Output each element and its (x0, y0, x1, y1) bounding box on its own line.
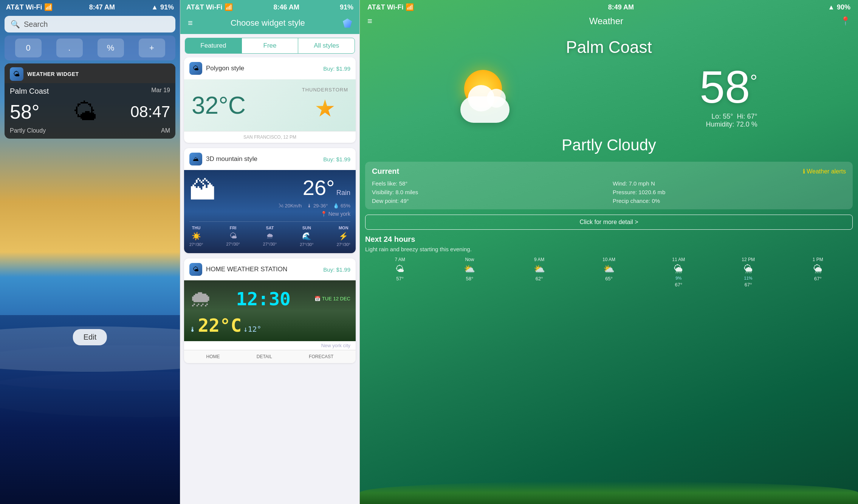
s3-visibility: Visibility: 8.0 miles (372, 189, 605, 195)
s1-widget-ampm: AM (161, 127, 170, 134)
s3-location-pin-icon[interactable]: 📍 (840, 16, 850, 26)
s1-key-plus[interactable]: + (139, 39, 165, 57)
home-station-name: HOME WEATHER STATION (206, 266, 287, 273)
s1-key-pct[interactable]: % (98, 39, 124, 57)
s1-keypad: 0 . % + (5, 36, 175, 60)
tab-all-styles[interactable]: All styles (298, 38, 355, 53)
s1-key-dot[interactable]: . (56, 39, 83, 57)
s2-time: 8:46 AM (274, 3, 299, 11)
home-clock: 12:30 (236, 288, 291, 309)
s3-hour-4: 11 AM 🌦 9% 67° (644, 257, 713, 288)
alert-icon: ℹ (803, 168, 805, 175)
s3-grass-decoration (360, 474, 858, 504)
s2-menu-icon[interactable]: ≡ (188, 18, 193, 28)
s3-header: ≡ Weather 📍 (360, 14, 858, 30)
s3-hour-6: 1 PM 🌦 67° (783, 257, 853, 288)
polygon-condition: THUNDERSTORM (302, 87, 348, 93)
s1-widget-condition: Partly Cloudy (10, 127, 46, 134)
s1-weather-icon: 🌤 (73, 98, 97, 126)
s3-humidity: Humidity: 72.0 % (700, 121, 757, 128)
home-station-buy-button[interactable]: Buy: $1.99 (323, 266, 350, 273)
s3-wind: Wind: 7.0 mph N (613, 180, 846, 187)
s3-temperature: 58° (700, 64, 757, 110)
s3-hourly-forecast: 7 AM 🌤 57° Now ⛅ 58° 9 AM ⛅ 62° 10 AM ⛅ (365, 257, 853, 288)
s1-widget-location: Palm Coast (10, 87, 49, 96)
s3-current-section: Current ℹ Weather alerts Feels like: 58°… (365, 162, 853, 209)
mountain-location: 📍 New york (189, 211, 350, 217)
s3-lo-hi: Lo: 55° Hi: 67° (700, 113, 757, 121)
s1-location-icon: ▲ (151, 3, 158, 11)
home-nav-forecast[interactable]: FORECAST (309, 354, 333, 359)
s2-card-polygon: 🌤 Polygon style Buy: $1.99 32°C THUNDERS… (184, 57, 356, 143)
mountain-wind: 🌬 20Km/h (279, 203, 302, 209)
home-sub-temp: ↓12° (243, 325, 262, 334)
mountain-preview: 🏔 26° Rain 🌬 20Km/h 🌡 29-36° 💧 65% 📍 New… (184, 170, 356, 253)
screen1: AT&T Wi-Fi 📶 8:47 AM ▲ 91% 🔍 Search 0 . … (0, 0, 180, 504)
s3-weather-alerts[interactable]: ℹ Weather alerts (803, 168, 846, 175)
s3-hour-3: 10 AM ⛅ 65° (574, 257, 644, 288)
s2-wifi-icon: 📶 (225, 3, 233, 11)
home-station-location: New york city (184, 341, 356, 350)
s3-sun-cloud-icon (460, 66, 521, 127)
s3-hour-2: 9 AM ⛅ 62° (505, 257, 574, 288)
s3-condition: Partly Cloudy (360, 136, 858, 154)
edit-button[interactable]: Edit (73, 329, 107, 345)
mountain-card-name: 3D mountain style (206, 155, 257, 163)
search-icon: 🔍 (11, 20, 20, 29)
s3-status-bar: AT&T Wi-Fi 📶 8:49 AM ▲ 90% (360, 0, 858, 14)
s3-battery: 90% (837, 3, 850, 11)
polygon-card-icon: 🌤 (189, 62, 202, 75)
s1-search-bar[interactable]: 🔍 Search (5, 16, 175, 32)
s1-wifi-icon: 📶 (44, 3, 53, 11)
s2-carrier: AT&T Wi-Fi (186, 3, 222, 11)
s2-scroll-area[interactable]: 🌤 Polygon style Buy: $1.99 32°C THUNDERS… (180, 57, 359, 504)
home-station-preview: 🌧 12:30 📅 TUE 12 DEC 🌡 22°C ↓12° (184, 280, 356, 341)
tab-free[interactable]: Free (242, 38, 299, 53)
s2-battery: 91% (340, 3, 353, 11)
s3-current-title: Current (372, 167, 399, 176)
s1-carrier: AT&T Wi-Fi (6, 3, 42, 11)
s1-widget-date: Mar 19 (151, 87, 170, 94)
polygon-location: SAN FRANCISCO, 12 PM (184, 131, 356, 143)
s3-hour-1: Now ⛅ 58° (435, 257, 504, 288)
s3-header-title: Weather (372, 16, 840, 26)
mountain-buy-button[interactable]: Buy: $1.99 (323, 156, 350, 162)
s3-pressure: Pressure: 1020.6 mb (613, 189, 846, 195)
s1-time: 8:47 AM (89, 3, 115, 11)
s1-key-0[interactable]: 0 (15, 39, 42, 57)
mountain-card-icon: ⛰ (189, 153, 202, 165)
s3-menu-icon[interactable]: ≡ (367, 16, 372, 26)
s2-premium-icon[interactable] (343, 19, 352, 28)
s3-hour-5: 12 PM 🌦 11% 67° (713, 257, 783, 288)
home-temp: 22°C (198, 315, 242, 336)
home-date: 📅 TUE 12 DEC (314, 296, 350, 301)
mountain-condition: Rain (336, 189, 350, 196)
home-cloud-icon: 🌧 (189, 286, 212, 312)
s3-next24-description: Light rain and breezy starting this even… (365, 246, 853, 252)
s3-city: Palm Coast (360, 38, 858, 57)
more-detail-button[interactable]: Click for more detail > (365, 215, 853, 230)
s3-next24-section: Next 24 hours Light rain and breezy star… (365, 235, 853, 288)
s3-gps-icon: ▲ (828, 3, 835, 11)
mountain-temp: 26° (303, 176, 335, 199)
s3-dew-point: Dew point: 49° (372, 198, 605, 204)
home-nav-detail[interactable]: DETAIL (257, 354, 272, 359)
s2-status-bar: AT&T Wi-Fi 📶 8:46 AM 91% (180, 0, 359, 14)
s1-weather-widget: 🌤 WEATHER WIDGET Palm Coast Mar 19 58° 🌤… (5, 63, 175, 139)
mountain-icon: 🏔 (189, 175, 216, 206)
mountain-feels: 🌡 29-36° (307, 203, 328, 209)
s1-status-bar: AT&T Wi-Fi 📶 8:47 AM ▲ 91% (0, 0, 180, 14)
tab-featured[interactable]: Featured (185, 38, 242, 53)
thermometer-icon: 🌡 (189, 326, 196, 333)
s2-tabs: Featured Free All styles (185, 38, 355, 54)
home-station-nav: HOME DETAIL FORECAST (184, 350, 356, 363)
polygon-preview: 32°C THUNDERSTORM (184, 79, 356, 131)
polygon-buy-button[interactable]: Buy: $1.99 (323, 65, 350, 72)
screen3: AT&T Wi-Fi 📶 8:49 AM ▲ 90% ≡ Weather 📍 P… (360, 0, 858, 504)
home-nav-home[interactable]: HOME (206, 354, 220, 359)
s3-precip: Precip chance: 0% (613, 198, 846, 204)
polygon-temp: 32°C (192, 91, 246, 119)
s3-main-weather: 58° Lo: 55° Hi: 67° Humidity: 72.0 % (360, 57, 858, 132)
s1-widget-icon: 🌤 (10, 67, 23, 81)
s3-hour-0: 7 AM 🌤 57° (365, 257, 435, 288)
